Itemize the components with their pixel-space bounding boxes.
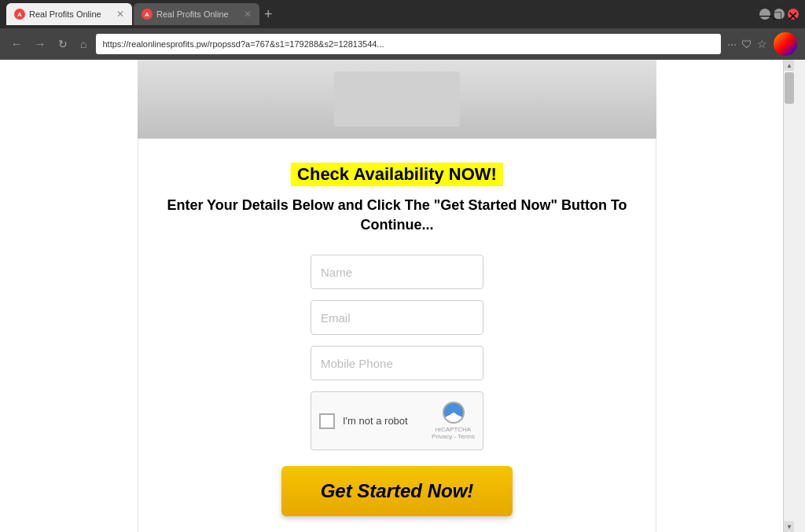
recaptcha-icon: [443, 402, 465, 424]
tab-favicon-1: A: [14, 9, 25, 20]
recaptcha-subtext: reCAPTCHAPrivacy - Terms: [432, 426, 475, 440]
phone-input[interactable]: [311, 346, 483, 380]
top-image-area: [138, 60, 656, 138]
recaptcha-checkbox[interactable]: [319, 413, 335, 429]
headline: Check Availability NOW!: [291, 163, 503, 186]
back-button[interactable]: ←: [8, 36, 25, 52]
home-button[interactable]: ⌂: [77, 36, 90, 52]
browser-logo: [774, 32, 797, 56]
recaptcha-label: I'm not a robot: [343, 415, 408, 427]
toolbar-icons: ··· 🛡 ☆: [727, 38, 767, 50]
url-bar[interactable]: [96, 34, 721, 54]
tab-label-2: Real Profits Online: [156, 9, 229, 19]
name-input[interactable]: [311, 255, 483, 289]
get-started-button[interactable]: Get Started Now!: [281, 466, 513, 516]
recaptcha-widget[interactable]: I'm not a robot reCAPTCHAPrivacy - Terms: [311, 391, 483, 450]
window-controls: — □ ✕: [759, 9, 799, 20]
shield-icon: 🛡: [741, 38, 752, 50]
page-content: Check Availability NOW! Enter Your Detai…: [0, 60, 794, 532]
title-bar: A Real Profits Online ✕ A Real Profits O…: [0, 0, 805, 28]
star-icon[interactable]: ☆: [757, 38, 767, 50]
scroll-down-button[interactable]: ▼: [784, 521, 794, 532]
tab-inactive[interactable]: A Real Profits Online ✕: [134, 3, 259, 25]
new-tab-button[interactable]: +: [264, 6, 273, 23]
scroll-up-button[interactable]: ▲: [784, 60, 794, 71]
tab-close-1[interactable]: ✕: [116, 9, 124, 20]
maximize-button[interactable]: □: [774, 9, 785, 20]
tab-label-1: Real Profits Online: [29, 9, 101, 19]
form-section: Check Availability NOW! Enter Your Detai…: [138, 138, 656, 532]
browser-chrome: A Real Profits Online ✕ A Real Profits O…: [0, 0, 805, 60]
address-bar: ← → ↻ ⌂ ··· 🛡 ☆: [0, 28, 805, 60]
tab-favicon-2: A: [142, 9, 153, 20]
refresh-button[interactable]: ↻: [55, 36, 71, 52]
email-input[interactable]: [311, 300, 483, 335]
menu-dots-icon[interactable]: ···: [727, 38, 737, 50]
recaptcha-logo: reCAPTCHAPrivacy - Terms: [432, 402, 475, 440]
minimize-button[interactable]: —: [759, 9, 770, 20]
hero-image: [334, 72, 460, 127]
close-button[interactable]: ✕: [788, 9, 799, 20]
scrollbar-thumb[interactable]: [785, 72, 794, 104]
scrollbar[interactable]: ▲ ▼: [783, 60, 794, 532]
subheadline: Enter Your Details Below and Click The "…: [154, 196, 640, 235]
forward-button[interactable]: →: [31, 36, 49, 52]
tab-close-2[interactable]: ✕: [244, 9, 252, 20]
tab-active[interactable]: A Real Profits Online ✕: [6, 3, 132, 25]
